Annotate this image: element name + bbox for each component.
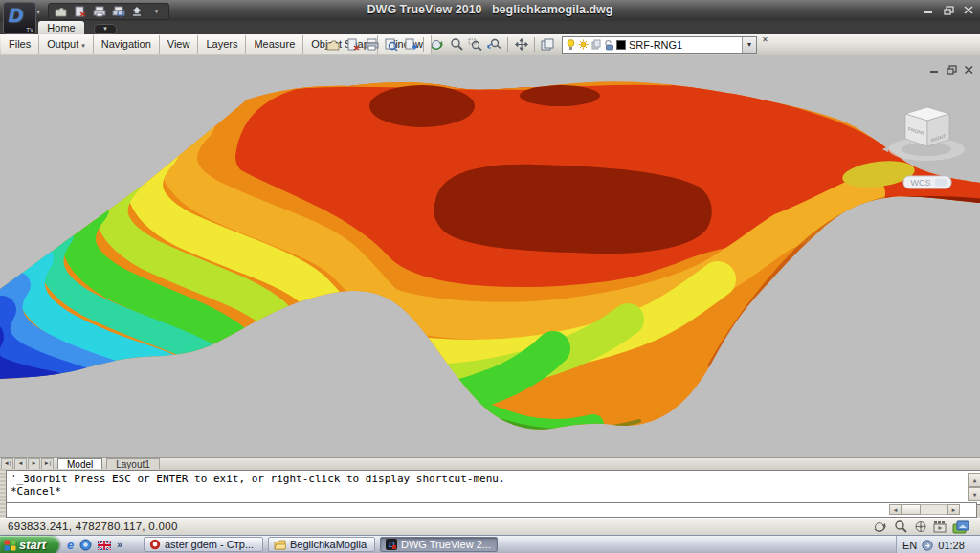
zoom-previous-icon[interactable] (486, 37, 502, 53)
orbit-tool-icon[interactable] (872, 520, 888, 534)
start-button[interactable]: start (0, 536, 59, 553)
scroll-up-button[interactable]: ▲ (968, 473, 980, 487)
close-file-icon[interactable] (73, 6, 87, 18)
panel-view[interactable]: View (160, 35, 199, 54)
scroll-down-button[interactable]: ▼ (968, 487, 980, 501)
taskbar-item-aster-gdem[interactable]: aster gdem - Стр... (144, 537, 263, 552)
wcs-dropdown-icon[interactable] (935, 179, 947, 187)
status-nav-tools (872, 520, 969, 534)
panel-measure[interactable]: Measure (246, 35, 303, 54)
layer-freeze-sun-icon (578, 39, 589, 50)
clean-screen-icon[interactable] (952, 520, 969, 534)
layer-on-bulb-icon (567, 39, 575, 51)
close-button[interactable] (961, 4, 976, 16)
layer-color-swatch (616, 40, 626, 50)
peak-maroon-blob (369, 85, 475, 127)
panel-layers[interactable]: Layers (198, 35, 246, 54)
tab-home[interactable]: Home (38, 21, 84, 34)
print-icon[interactable] (92, 6, 106, 18)
windows-taskbar: start e » aster gdem - Стр... BeglichkaM… (0, 535, 980, 553)
taskbar-item-dwg-trueview[interactable]: D DWG TrueView 2... (380, 537, 498, 552)
tv-logo-text: TV (26, 27, 33, 33)
folder-icon (274, 540, 286, 550)
system-tray: EN 01:28 (896, 536, 980, 553)
panel-files[interactable]: Files (1, 35, 39, 54)
minimize-ribbon-button[interactable]: ▾ (94, 24, 117, 34)
messenger-icon[interactable] (79, 539, 92, 551)
open-icon[interactable] (325, 37, 342, 53)
close-file-icon[interactable] (345, 37, 361, 53)
quick-launch-overflow-chevron[interactable]: » (117, 540, 122, 550)
layer-properties-icon[interactable] (540, 37, 556, 53)
toolbar-close-icon[interactable]: ✕ (762, 35, 768, 44)
clock[interactable]: 01:28 (938, 540, 965, 551)
output-dropdown-icon: ▾ (81, 42, 85, 49)
status-bar: 693833.241, 4782780.117, 0.000 (0, 518, 980, 536)
peak-maroon-blob (434, 165, 712, 254)
drawing-canvas[interactable]: FRONT RIGHT WCS (0, 55, 980, 457)
command-input[interactable]: ◄ ► (6, 502, 977, 518)
peak-maroon-blob (520, 85, 600, 106)
toolbar-separator (534, 37, 535, 52)
cursor-coordinates: 693833.241, 4782780.117, 0.000 (8, 520, 178, 532)
browser-icon (149, 539, 161, 550)
zoom-window-icon[interactable] (467, 37, 483, 53)
command-window: '_3dorbit Press ESC or ENTER to exit, or… (0, 469, 980, 518)
main-toolbar: SRF-RNG1 ▾ ✕ (325, 35, 768, 54)
app-window: DWG TrueView 2010 beglichkamogila.dwg D … (0, 0, 980, 553)
uk-flag-icon[interactable] (98, 541, 111, 550)
scroll-right-button[interactable]: ► (947, 504, 960, 515)
quick-access-toolbar: ▾ (48, 3, 169, 20)
language-indicator[interactable]: EN (902, 540, 917, 551)
taskbar-item-folder[interactable]: BeglichkaMogila (268, 537, 375, 552)
showmotion-icon[interactable] (932, 520, 948, 534)
panel-output[interactable]: Output▾ (39, 35, 94, 54)
doc-close-button[interactable] (964, 61, 974, 78)
publish-icon[interactable] (130, 6, 145, 18)
toolbar-separator (423, 37, 424, 52)
layer-vp-freeze-icon (591, 39, 601, 50)
document-window-controls (929, 61, 974, 78)
app-menu-chevron-icon[interactable]: ▾ (36, 8, 40, 16)
print-preview-icon[interactable] (383, 37, 399, 53)
publish-icon[interactable] (402, 37, 418, 53)
quick-launch: e » (67, 536, 122, 553)
internet-explorer-icon[interactable]: e (67, 538, 74, 552)
wcs-menu[interactable]: WCS (903, 176, 951, 188)
dwg-trueview-logo-icon: D (9, 4, 23, 27)
command-scrollbar: ▲ ▼ (968, 473, 980, 502)
command-history-line: *Cancel* (11, 485, 980, 498)
windows-flag-icon (4, 540, 16, 551)
doc-restore-button[interactable] (947, 61, 957, 78)
zoom-icon[interactable] (448, 37, 464, 53)
layer-name: SRF-RNG1 (629, 39, 739, 51)
command-history-line: '_3dorbit Press ESC or ENTER to exit, or… (11, 473, 980, 485)
command-history[interactable]: '_3dorbit Press ESC or ENTER to exit, or… (6, 470, 980, 505)
print-preview-icon[interactable] (111, 6, 125, 18)
terrain-surface: FRONT RIGHT WCS (0, 55, 980, 457)
open-icon[interactable] (54, 6, 68, 18)
h-scroll-track[interactable] (921, 504, 947, 515)
application-menu-button[interactable]: D TV (3, 2, 36, 34)
doc-minimize-button[interactable] (929, 61, 940, 78)
restore-button[interactable] (941, 4, 956, 16)
dwg-trueview-icon: D (386, 539, 397, 550)
layer-dropdown-chevron-icon[interactable]: ▾ (742, 37, 756, 53)
orbit-icon[interactable] (429, 37, 445, 53)
pan-icon[interactable] (513, 37, 529, 53)
tray-status-icon[interactable] (922, 540, 933, 551)
layer-unlock-icon (604, 39, 613, 51)
ribbon-tab-row (0, 21, 980, 34)
minimize-button[interactable] (921, 4, 936, 16)
steering-wheel-icon[interactable] (912, 520, 928, 534)
layer-dropdown[interactable]: SRF-RNG1 ▾ (562, 36, 757, 54)
qat-menu-chevron-icon[interactable]: ▾ (149, 6, 164, 18)
print-icon[interactable] (364, 37, 380, 53)
scroll-left-button[interactable]: ◄ (889, 504, 902, 515)
start-label: start (19, 538, 46, 552)
zoom-tool-icon[interactable] (892, 520, 908, 534)
command-h-scrollbar: ◄ ► (889, 504, 960, 515)
panel-navigation[interactable]: Navigation (94, 35, 160, 54)
toolbar-separator (507, 37, 508, 52)
h-scroll-thumb[interactable] (902, 504, 921, 515)
